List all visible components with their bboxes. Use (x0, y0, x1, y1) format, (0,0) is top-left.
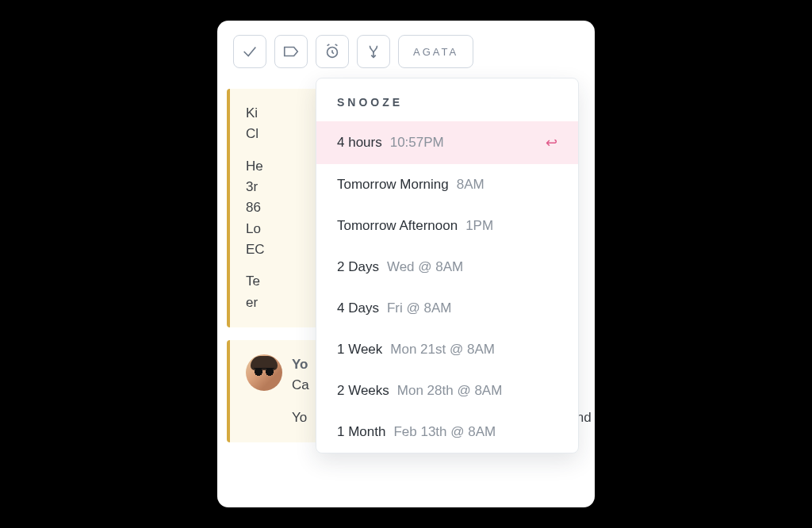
clock-icon (324, 43, 341, 60)
snooze-option-tomorrow-afternoon[interactable]: Tomorrow Afternoon 1PM (316, 205, 578, 247)
snooze-option-label: Tomorrow Morning (337, 177, 449, 193)
snooze-option-4-hours[interactable]: 4 hours 10:57PM ↩ (316, 121, 578, 164)
snooze-title: SNOOZE (316, 78, 578, 121)
snooze-option-label: 1 Week (337, 342, 382, 358)
merge-button[interactable] (357, 35, 390, 68)
tag-icon (282, 43, 300, 60)
assignee-label: AGATA (413, 46, 458, 58)
snooze-option-label: 2 Weeks (337, 383, 389, 399)
snooze-option-time: 8AM (457, 177, 485, 193)
snooze-option-time: 1PM (465, 218, 493, 234)
snooze-option-time: 10:57PM (390, 135, 444, 151)
mark-done-button[interactable] (233, 35, 266, 68)
snooze-dropdown: SNOOZE 4 hours 10:57PM ↩ Tomorrow Mornin… (316, 78, 579, 453)
snooze-option-1-month[interactable]: 1 Month Feb 13th @ 8AM (316, 411, 578, 453)
snooze-option-label: 1 Month (337, 424, 385, 440)
snooze-option-2-days[interactable]: 2 Days Wed @ 8AM (316, 247, 578, 288)
enter-icon: ↩ (546, 134, 557, 151)
snooze-option-time: Feb 13th @ 8AM (393, 424, 496, 440)
tag-button[interactable] (274, 35, 308, 68)
snooze-option-time: Mon 28th @ 8AM (397, 383, 503, 399)
snooze-option-label: 4 Days (337, 300, 379, 316)
assignee-button[interactable]: AGATA (398, 35, 473, 68)
app-window: AGATA Ki Cl He 3r 86 Lo EC Te er Yo Ca j… (217, 21, 595, 507)
snooze-option-label: Tomorrow Afternoon (337, 218, 458, 234)
snooze-option-time: Fri @ 8AM (387, 300, 451, 316)
snooze-option-time: Wed @ 8AM (387, 259, 463, 275)
snooze-button[interactable] (316, 35, 349, 68)
snooze-option-1-week[interactable]: 1 Week Mon 21st @ 8AM (316, 329, 578, 370)
snooze-option-label: 4 hours (337, 135, 382, 151)
snooze-option-2-weeks[interactable]: 2 Weeks Mon 28th @ 8AM (316, 370, 578, 411)
snooze-option-label: 2 Days (337, 259, 379, 275)
toolbar: AGATA (217, 21, 595, 76)
snooze-option-time: Mon 21st @ 8AM (390, 342, 495, 358)
avatar (246, 354, 282, 391)
snooze-option-tomorrow-morning[interactable]: Tomorrow Morning 8AM (316, 164, 578, 205)
snooze-option-4-days[interactable]: 4 Days Fri @ 8AM (316, 288, 578, 329)
check-icon (241, 43, 259, 60)
merge-icon (365, 43, 382, 60)
